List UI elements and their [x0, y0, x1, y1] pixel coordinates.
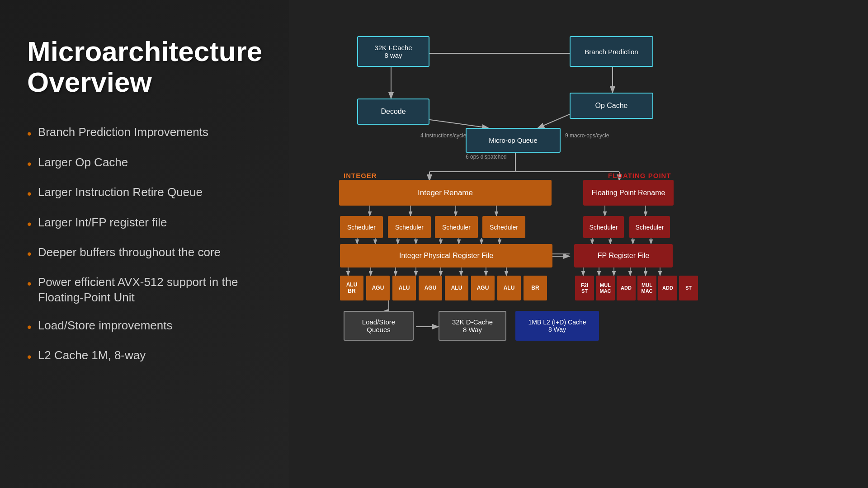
integer-section-label: INTEGER	[344, 172, 377, 179]
exec-mul-mac-1: MULMAC	[596, 276, 615, 300]
dcache-box: 32K D-Cache8 Way	[439, 311, 506, 341]
page-title: Microarchitecture Overview	[27, 36, 262, 98]
bullet-text: Branch Prediction Improvements	[38, 125, 208, 140]
bullet-dot: •	[27, 319, 32, 335]
decode-box: Decode	[357, 99, 429, 125]
exec-br: BR	[524, 276, 547, 300]
exec-st: ST	[679, 276, 698, 300]
int-scheduler-1: Scheduler	[340, 216, 383, 238]
uop-queue-box: Micro-op Queue	[466, 128, 561, 153]
diagram: 32K I-Cache8 way Branch Prediction Decod…	[312, 18, 845, 470]
left-panel: Microarchitecture Overview • Branch Pred…	[0, 0, 289, 488]
fp-rename-box: Floating Point Rename	[583, 180, 674, 206]
list-item: • Power efficient AVX-512 support in the…	[27, 275, 262, 305]
branch-pred-box: Branch Prediction	[570, 36, 653, 67]
int-rename-box: Integer Rename	[339, 180, 552, 206]
int-scheduler-2: Scheduler	[388, 216, 431, 238]
exec-add-2: ADD	[658, 276, 677, 300]
fp-scheduler-1: Scheduler	[583, 216, 624, 238]
bullet-dot: •	[27, 349, 32, 365]
bullet-list: • Branch Prediction Improvements • Large…	[27, 125, 262, 378]
int-scheduler-4: Scheduler	[482, 216, 525, 238]
exec-agu-2: AGU	[419, 276, 442, 300]
icache-box: 32K I-Cache8 way	[357, 36, 429, 67]
exec-alu-3: ALU	[497, 276, 521, 300]
list-item: • Deeper buffers throughout the core	[27, 245, 262, 262]
exec-alu-1: ALU	[392, 276, 416, 300]
list-item: • Larger Int/FP register file	[27, 215, 262, 232]
exec-mul-mac-2: MULMAC	[637, 276, 656, 300]
list-item: • L2 Cache 1M, 8-way	[27, 348, 262, 365]
ops-dispatched-label: 6 ops dispatched	[466, 154, 507, 160]
bullet-text: Larger Instruction Retire Queue	[38, 185, 203, 200]
fp-regfile-box: FP Register File	[574, 244, 673, 267]
l2cache-box: 1MB L2 (I+D) Cache8 Way	[515, 311, 599, 341]
int-regfile-box: Integer Physical Register File	[340, 244, 552, 267]
int-scheduler-3: Scheduler	[435, 216, 478, 238]
macro-ops-label: 9 macro-ops/cycle	[565, 132, 609, 139]
list-item: • Larger Instruction Retire Queue	[27, 185, 262, 202]
fp-scheduler-2: Scheduler	[629, 216, 670, 238]
bullet-dot: •	[27, 276, 32, 292]
bullet-dot: •	[27, 156, 32, 172]
bullet-dot: •	[27, 126, 32, 142]
right-panel: 32K I-Cache8 way Branch Prediction Decod…	[289, 0, 868, 488]
exec-agu-1: AGU	[366, 276, 390, 300]
exec-agu-3: AGU	[471, 276, 495, 300]
list-item: • Larger Op Cache	[27, 155, 262, 172]
list-item: • Load/Store improvements	[27, 318, 262, 335]
bullet-dot: •	[27, 186, 32, 202]
loadstore-box: Load/StoreQueues	[344, 311, 414, 341]
list-item: • Branch Prediction Improvements	[27, 125, 262, 142]
bullet-dot: •	[27, 216, 32, 232]
bullet-dot: •	[27, 246, 32, 262]
branch-pred-label: Branch Prediction	[585, 48, 638, 56]
instructions-cycle-label: 4 instructions/cycle	[420, 132, 466, 139]
op-cache-box: Op Cache	[570, 93, 653, 119]
bullet-text: L2 Cache 1M, 8-way	[38, 348, 146, 363]
bullet-text: Deeper buffers throughout the core	[38, 245, 221, 260]
exec-f2i-st: F2IST	[575, 276, 594, 300]
fp-section-label: FLOATING POINT	[608, 172, 671, 179]
bullet-text: Load/Store improvements	[38, 318, 173, 333]
exec-add-1: ADD	[617, 276, 636, 300]
bullet-text: Larger Int/FP register file	[38, 215, 167, 230]
exec-alu-br: ALUBR	[340, 276, 363, 300]
bullet-text: Larger Op Cache	[38, 155, 128, 170]
exec-alu-2: ALU	[445, 276, 468, 300]
bullet-text: Power efficient AVX-512 support in the F…	[38, 275, 262, 305]
